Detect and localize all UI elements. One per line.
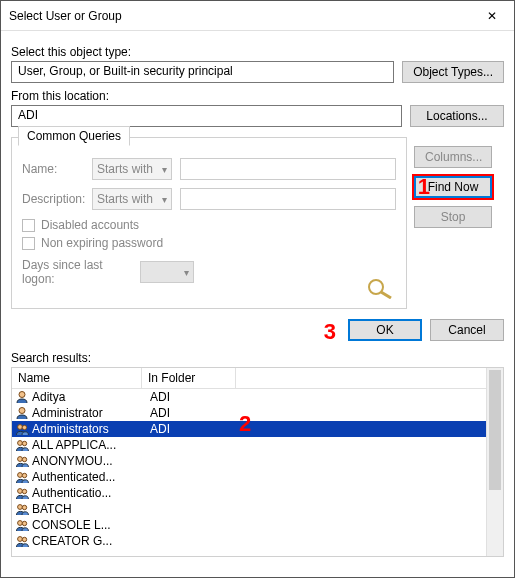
- magnifier-icon: [365, 277, 395, 299]
- table-row[interactable]: AdministratorsADI: [12, 421, 486, 437]
- desc-filter-label: Description:: [22, 192, 84, 206]
- non-expiring-label: Non expiring password: [41, 236, 163, 250]
- user-icon: [14, 390, 30, 404]
- object-types-button[interactable]: Object Types...: [402, 61, 504, 83]
- table-row[interactable]: ALL APPLICA...: [12, 437, 486, 453]
- ok-button[interactable]: OK: [348, 319, 422, 341]
- svg-point-11: [22, 473, 26, 477]
- table-row[interactable]: AdityaADI: [12, 389, 486, 405]
- row-name: Administrators: [32, 422, 144, 436]
- svg-point-4: [18, 425, 23, 430]
- checkbox-box-icon: [22, 237, 35, 250]
- row-name: BATCH: [32, 502, 144, 516]
- scrollbar-thumb[interactable]: [489, 370, 501, 490]
- table-row[interactable]: ANONYMOU...: [12, 453, 486, 469]
- table-row[interactable]: Authenticatio...: [12, 485, 486, 501]
- row-name: CONSOLE L...: [32, 518, 144, 532]
- common-queries-tab[interactable]: Common Queries: [18, 126, 130, 146]
- row-name: Administrator: [32, 406, 144, 420]
- row-name: Authenticated...: [32, 470, 144, 484]
- dialog-window: Select User or Group ✕ Select this objec…: [0, 0, 515, 578]
- chevron-down-icon: ▾: [162, 164, 167, 175]
- group-icon: [14, 518, 30, 532]
- results-columns: Name In Folder AdityaADIAdministratorADI…: [12, 368, 486, 556]
- svg-point-8: [18, 457, 23, 462]
- group-icon: [14, 486, 30, 500]
- column-header-folder[interactable]: In Folder: [142, 368, 236, 388]
- svg-point-18: [18, 537, 23, 542]
- row-name: Authenticatio...: [32, 486, 144, 500]
- results-scrollbar[interactable]: [486, 368, 503, 556]
- cancel-button[interactable]: Cancel: [430, 319, 504, 341]
- svg-point-12: [18, 489, 23, 494]
- object-type-label: Select this object type:: [11, 45, 504, 59]
- table-row[interactable]: CREATOR G...: [12, 533, 486, 549]
- group-icon: [14, 470, 30, 484]
- group-icon: [14, 534, 30, 548]
- titlebar: Select User or Group ✕: [1, 1, 514, 31]
- close-icon: ✕: [487, 9, 497, 23]
- search-results-list: Name In Folder AdityaADIAdministratorADI…: [11, 367, 504, 557]
- svg-point-13: [22, 489, 26, 493]
- table-row[interactable]: CONSOLE L...: [12, 517, 486, 533]
- svg-point-0: [369, 280, 383, 294]
- locations-button[interactable]: Locations...: [410, 105, 504, 127]
- name-filter-input[interactable]: [180, 158, 396, 180]
- table-row[interactable]: BATCH: [12, 501, 486, 517]
- close-button[interactable]: ✕: [469, 1, 514, 31]
- search-results-label: Search results:: [11, 351, 504, 365]
- svg-point-19: [22, 537, 26, 541]
- name-mode-combo[interactable]: Starts with ▾: [92, 158, 172, 180]
- svg-point-5: [22, 425, 26, 429]
- group-icon: [14, 454, 30, 468]
- svg-point-17: [22, 521, 26, 525]
- common-queries-group: Common Queries Name: Starts with ▾ Descr…: [11, 137, 407, 309]
- name-mode-value: Starts with: [97, 162, 153, 176]
- results-header-row: Name In Folder: [12, 368, 486, 389]
- table-row[interactable]: AdministratorADI: [12, 405, 486, 421]
- chevron-down-icon: ▾: [162, 194, 167, 205]
- window-title: Select User or Group: [9, 9, 122, 23]
- svg-point-15: [22, 505, 26, 509]
- object-type-field[interactable]: User, Group, or Built-in security princi…: [11, 61, 394, 83]
- row-folder: ADI: [144, 390, 238, 404]
- row-name: ANONYMOU...: [32, 454, 144, 468]
- side-buttons: Columns... Find Now Stop: [414, 146, 492, 228]
- svg-line-1: [381, 292, 391, 298]
- svg-point-10: [18, 473, 23, 478]
- svg-point-6: [18, 441, 23, 446]
- row-name: Aditya: [32, 390, 144, 404]
- stop-button[interactable]: Stop: [414, 206, 492, 228]
- row-folder: ADI: [144, 406, 238, 420]
- row-folder: ADI: [144, 422, 204, 436]
- group-icon: [14, 422, 30, 436]
- columns-button[interactable]: Columns...: [414, 146, 492, 168]
- results-rows: AdityaADIAdministratorADIAdministratorsA…: [12, 389, 486, 549]
- group-icon: [14, 502, 30, 516]
- disabled-accounts-checkbox[interactable]: Disabled accounts: [22, 218, 396, 232]
- dialog-body: Select this object type: User, Group, or…: [1, 31, 514, 567]
- desc-mode-combo[interactable]: Starts with ▾: [92, 188, 172, 210]
- non-expiring-checkbox[interactable]: Non expiring password: [22, 236, 396, 250]
- desc-filter-input[interactable]: [180, 188, 396, 210]
- name-filter-label: Name:: [22, 162, 84, 176]
- column-header-spacer: [236, 368, 486, 388]
- svg-point-2: [19, 392, 25, 398]
- location-label: From this location:: [11, 89, 504, 103]
- disabled-accounts-label: Disabled accounts: [41, 218, 139, 232]
- row-name: CREATOR G...: [32, 534, 144, 548]
- days-logon-label: Days since last logon:: [22, 258, 132, 286]
- location-field[interactable]: ADI: [11, 105, 402, 127]
- group-icon: [14, 438, 30, 452]
- svg-point-7: [22, 441, 26, 445]
- checkbox-box-icon: [22, 219, 35, 232]
- svg-point-16: [18, 521, 23, 526]
- column-header-name[interactable]: Name: [12, 368, 142, 388]
- row-name: ALL APPLICA...: [32, 438, 144, 452]
- user-icon: [14, 406, 30, 420]
- days-logon-combo[interactable]: ▾: [140, 261, 194, 283]
- find-now-button[interactable]: Find Now: [414, 176, 492, 198]
- chevron-down-icon: ▾: [184, 267, 189, 278]
- table-row[interactable]: Authenticated...: [12, 469, 486, 485]
- svg-point-14: [18, 505, 23, 510]
